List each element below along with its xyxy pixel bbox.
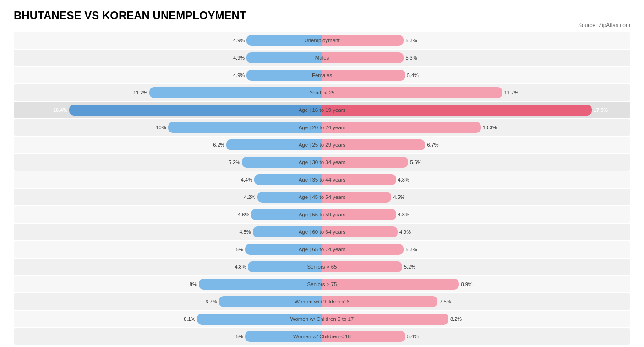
bar-row: 8%8.9%Seniors > 75: [14, 276, 630, 292]
korean-value: 5.4%: [407, 72, 419, 78]
bhutanese-value: 4.5%: [239, 229, 251, 235]
bhutanese-bar: [253, 226, 322, 237]
korean-bar: [322, 35, 404, 46]
korean-value: 8.9%: [461, 281, 473, 287]
korean-bar: [322, 192, 391, 203]
bhutanese-bar: [246, 35, 322, 46]
bar-row: 6.7%7.5%Women w/ Children < 6: [14, 293, 630, 310]
bar-row: 6.2%6.7%Age | 25 to 29 years: [14, 137, 630, 153]
korean-bar: [322, 296, 437, 307]
bar-row: 4.6%4.8%Age | 55 to 59 years: [14, 206, 630, 223]
bhutanese-bar: [245, 331, 322, 342]
chart-wrapper: BHUTANESE VS KOREAN UNEMPLOYMENT Source:…: [14, 9, 630, 347]
korean-bar: [322, 209, 396, 220]
bhutanese-bar: [251, 209, 322, 220]
korean-value: 4.8%: [398, 177, 409, 182]
source-text: Source: ZipAtlas.com: [14, 22, 630, 28]
bhutanese-bar: [246, 70, 322, 81]
bhutanese-value: 5%: [236, 247, 243, 252]
bhutanese-value: 10%: [156, 125, 166, 130]
bhutanese-bar: [168, 122, 322, 133]
bar-row: 4.2%4.5%Age | 45 to 54 years: [14, 189, 630, 205]
korean-bar: [322, 70, 405, 81]
korean-value: 5.3%: [405, 38, 417, 43]
bhutanese-value: 6.2%: [213, 142, 224, 148]
bar-row: 4.9%5.3%Males: [14, 50, 630, 66]
bhutanese-value: 4.8%: [235, 264, 246, 270]
korean-bar: [322, 87, 502, 98]
bhutanese-bar: [69, 105, 322, 116]
bhutanese-bar: [248, 261, 322, 272]
bhutanese-value: 6.7%: [205, 299, 217, 304]
bar-row: 4.8%5.2%Seniors > 65: [14, 259, 630, 275]
bhutanese-value: 8%: [190, 281, 197, 287]
korean-bar: [322, 139, 425, 150]
bhutanese-bar: [199, 279, 322, 290]
bhutanese-value: 8.1%: [184, 316, 195, 322]
korean-value: 8.2%: [450, 316, 462, 322]
korean-bar: [322, 279, 459, 290]
korean-value: 5.3%: [405, 55, 417, 61]
korean-bar: [322, 244, 404, 255]
bar-row: 4.9%5.4%Females: [14, 67, 630, 83]
bhutanese-bar: [254, 174, 322, 185]
korean-bar: [322, 105, 592, 116]
bhutanese-value: 16.4%: [53, 107, 67, 113]
korean-bar: [322, 52, 404, 63]
bhutanese-value: 11.2%: [133, 90, 147, 95]
korean-bar: [322, 226, 398, 237]
korean-bar: [322, 122, 481, 133]
korean-value: 5.3%: [405, 247, 417, 252]
korean-bar: [322, 174, 396, 185]
korean-value: 5.6%: [410, 160, 421, 165]
korean-value: 5.2%: [404, 264, 415, 270]
bhutanese-bar: [149, 87, 322, 98]
bhutanese-value: 4.9%: [233, 72, 245, 78]
bhutanese-value: 4.4%: [241, 177, 252, 182]
korean-value: 4.9%: [399, 229, 411, 235]
bar-row: 16.4%17.5%Age | 16 to 19 years: [14, 102, 630, 118]
bhutanese-bar: [246, 52, 322, 63]
bhutanese-bar: [257, 192, 322, 203]
korean-value: 4.8%: [398, 212, 409, 217]
korean-value: 6.7%: [427, 142, 438, 148]
korean-value: 4.5%: [393, 194, 404, 200]
bhutanese-value: 5%: [236, 334, 243, 339]
bhutanese-value: 4.9%: [233, 55, 245, 61]
bar-row: 5%5.4%Women w/ Children < 18: [14, 328, 630, 345]
bhutanese-bar: [197, 314, 322, 325]
bhutanese-bar: [242, 157, 322, 168]
chart-area: 4.9%5.3%Unemployment4.9%5.3%Males4.9%5.4…: [14, 32, 630, 345]
korean-value: 7.5%: [439, 299, 451, 304]
bar-row: 4.5%4.9%Age | 60 to 64 years: [14, 224, 630, 240]
korean-bar: [322, 314, 448, 325]
bar-row: 5.2%5.6%Age | 30 to 34 years: [14, 154, 630, 171]
chart-title: BHUTANESE VS KOREAN UNEMPLOYMENT: [14, 9, 630, 22]
bhutanese-value: 4.2%: [244, 194, 256, 200]
bhutanese-bar: [245, 244, 322, 255]
bhutanese-value: 4.6%: [238, 212, 249, 217]
korean-bar: [322, 331, 405, 342]
bar-row: 4.9%5.3%Unemployment: [14, 32, 630, 49]
bar-row: 8.1%8.2%Women w/ Children 6 to 17: [14, 311, 630, 327]
bhutanese-bar: [219, 296, 322, 307]
bhutanese-value: 5.2%: [229, 160, 240, 165]
korean-bar: [322, 261, 402, 272]
bhutanese-value: 4.9%: [233, 38, 245, 43]
korean-value: 17.5%: [594, 107, 608, 113]
korean-bar: [322, 157, 408, 168]
bar-row: 5%5.3%Age | 65 to 74 years: [14, 241, 630, 258]
korean-value: 11.7%: [504, 90, 518, 95]
bar-row: 10%10.3%Age | 20 to 24 years: [14, 119, 630, 136]
bhutanese-bar: [226, 139, 322, 150]
bar-row: 11.2%11.7%Youth < 25: [14, 84, 630, 101]
bar-row: 4.4%4.8%Age | 35 to 44 years: [14, 171, 630, 188]
korean-value: 5.4%: [407, 334, 419, 339]
korean-value: 10.3%: [483, 125, 497, 130]
